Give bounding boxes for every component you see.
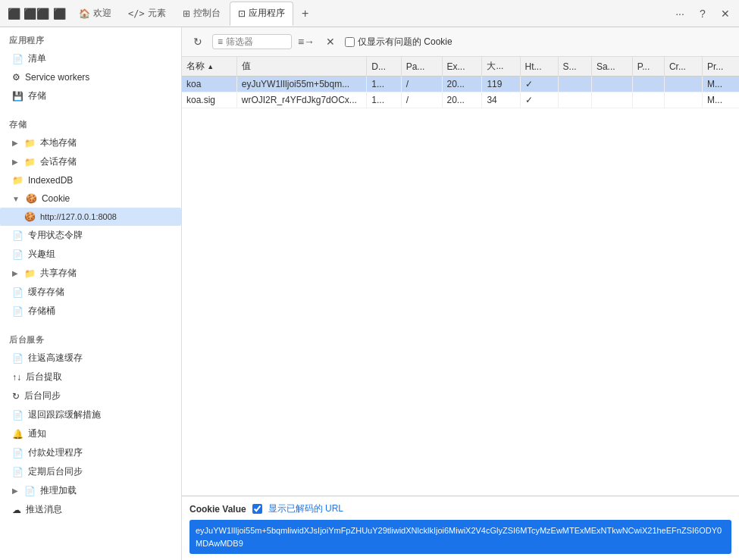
col-size[interactable]: 大... (482, 57, 520, 77)
cookie-root-icon: 🍪 (26, 193, 37, 204)
cell-httponly: ✓ (520, 92, 558, 108)
sidebar-item-session-storage[interactable]: ▶ 📁 会话存储 (0, 152, 181, 171)
cell-path: / (401, 77, 442, 92)
main-layout: 应用程序 📄 清单 ⚙ Service workers 💾 存储 存储 ▶ 📁 … (0, 27, 739, 560)
storage-bucket-icon: 📄 (12, 306, 23, 317)
sidebar-item-indexeddb[interactable]: 📁 IndexedDB (0, 171, 181, 189)
sidebar-item-service-workers[interactable]: ⚙ Service workers (0, 68, 181, 86)
close-devtools-icon[interactable]: ✕ (715, 3, 736, 24)
elements-icon: </> (128, 8, 145, 19)
sort-arrow-icon: ▲ (207, 63, 214, 70)
cell-priority (632, 77, 664, 92)
more-options-icon[interactable]: ··· (669, 3, 690, 24)
col-expires[interactable]: Ex... (442, 57, 482, 77)
cell-expires: 20... (442, 92, 482, 108)
sidebar-item-storage-bucket[interactable]: 📄 存储桶 (0, 302, 181, 321)
cell-samesite (591, 77, 632, 92)
issues-only-checkbox[interactable] (345, 37, 355, 47)
bg-fetch-icon: ↑↓ (12, 372, 21, 383)
sidebar-item-storage-summary[interactable]: 💾 存储 (0, 86, 181, 105)
col-path[interactable]: Pa... (401, 57, 442, 77)
session-storage-icon: 📁 (24, 157, 36, 167)
refresh-button[interactable]: ↻ (188, 32, 208, 52)
col-value[interactable]: 值 (236, 57, 367, 77)
clear-filter-button[interactable]: ✕ (321, 32, 340, 52)
tab-console[interactable]: ⊞ 控制台 (175, 2, 228, 26)
sidebar-item-manifest[interactable]: 📄 清单 (0, 49, 181, 68)
top-bar: ⬛ ⬛⬛ ⬛ 🏠 欢迎 </> 元素 ⊞ 控制台 ⊡ 应用程序 + ··· ? … (0, 0, 739, 27)
cell-crosssite (664, 77, 702, 92)
sidebar-item-private-token[interactable]: 📄 专用状态令牌 (0, 226, 181, 245)
table-row[interactable]: koa.sigwrOJI2R_r4YFdJkg7dOCx...1.../20..… (182, 92, 739, 108)
sidebar-item-notifications[interactable]: 🔔 通知 (0, 424, 181, 443)
cell-size: 119 (482, 77, 520, 92)
sidebar-item-back-forward-cache[interactable]: 📄 往返高速缓存 (0, 349, 181, 368)
filter-input[interactable] (226, 36, 287, 47)
sidebar-item-periodic-sync[interactable]: 📄 定期后台同步 (0, 462, 181, 481)
cell-value: eyJuYW1lIljoi55m+5bqm... (236, 77, 367, 92)
tree-arrow-local: ▶ (12, 139, 18, 147)
sidebar-item-local-storage[interactable]: ▶ 📁 本地存储 (0, 133, 181, 152)
sidebar-item-cookie-root[interactable]: ▼ 🍪 Cookie (0, 189, 181, 208)
tab-elements[interactable]: </> 元素 (121, 2, 174, 26)
sidebar-item-speculative-loads[interactable]: ▶ 📄 推理加载 (0, 481, 181, 500)
cell-name: koa (182, 77, 236, 92)
cell-path: / (401, 92, 442, 108)
filter-box[interactable]: ≡ (212, 34, 292, 49)
col-partitioned[interactable]: Pr... (703, 57, 740, 77)
devtools-icon1[interactable]: ⬛ (3, 3, 24, 24)
tree-arrow-cookie: ▼ (12, 195, 20, 203)
sidebar-item-cookie-url[interactable]: 🍪 http://127.0.0.1:8008 (0, 208, 181, 226)
tree-arrow-session: ▶ (12, 158, 18, 166)
col-name[interactable]: 名称 ▲ (182, 57, 236, 77)
sidebar: 应用程序 📄 清单 ⚙ Service workers 💾 存储 存储 ▶ 📁 … (0, 27, 182, 560)
col-secure[interactable]: S... (558, 57, 591, 77)
tab-application[interactable]: ⊡ 应用程序 (230, 2, 293, 26)
payment-handler-icon: 📄 (12, 448, 23, 458)
periodic-sync-icon: 📄 (12, 467, 23, 477)
tab-welcome[interactable]: 🏠 欢迎 (71, 2, 119, 26)
new-tab-button[interactable]: + (295, 3, 316, 24)
col-httponly[interactable]: Ht... (520, 57, 558, 77)
private-token-icon: 📄 (12, 230, 23, 241)
application-icon: ⊡ (238, 8, 246, 19)
sidebar-item-payment-handler[interactable]: 📄 付款处理程序 (0, 443, 181, 462)
sidebar-item-cache-storage[interactable]: 📄 缓存存储 (0, 283, 181, 302)
cell-value: wrOJI2R_r4YFdJkg7dOCx... (236, 92, 367, 108)
cell-expires: 20... (442, 77, 482, 92)
sidebar-item-bounce-tracking[interactable]: 📄 退回跟踪缓解措施 (0, 405, 181, 424)
cookie-value-panel: Cookie Value 显示已解码的 URL eyJuYW1lIljoi55m… (182, 496, 739, 560)
filter-list-button[interactable]: ≡→ (296, 32, 316, 52)
cell-secure (558, 77, 591, 92)
col-priority[interactable]: P... (632, 57, 664, 77)
home-icon: 🏠 (79, 8, 90, 19)
sidebar-item-bg-sync[interactable]: ↻ 后台同步 (0, 386, 181, 405)
sidebar-item-interest-group[interactable]: 📄 兴趣组 (0, 245, 181, 264)
shared-storage-icon: 📁 (24, 268, 36, 279)
col-domain[interactable]: D... (367, 57, 401, 77)
service-workers-icon: ⚙ (12, 72, 20, 83)
notifications-icon: 🔔 (12, 429, 23, 440)
issues-only-checkbox-label[interactable]: 仅显示有问题的 Cookie (345, 36, 452, 48)
manifest-icon: 📄 (12, 54, 23, 64)
console-icon: ⊞ (183, 8, 190, 19)
sidebar-item-push-messages[interactable]: ☁ 推送消息 (0, 500, 181, 519)
sidebar-item-shared-storage[interactable]: ▶ 📁 共享存储 (0, 264, 181, 283)
bg-sync-icon: ↻ (12, 391, 20, 402)
cell-partitioned: M... (703, 77, 740, 92)
cookie-data-table: 名称 ▲ 值 D... Pa... Ex... 大... Ht... S... … (182, 57, 739, 108)
col-crosssite[interactable]: Cr... (664, 57, 702, 77)
cell-samesite (591, 92, 632, 108)
decode-url-checkbox[interactable] (252, 504, 262, 514)
tree-arrow-speculative: ▶ (12, 486, 18, 495)
help-icon[interactable]: ? (692, 3, 713, 24)
speculative-loads-icon: 📄 (24, 486, 36, 496)
tree-arrow-shared: ▶ (12, 269, 18, 277)
devtools-icon3[interactable]: ⬛ (49, 3, 70, 24)
table-row[interactable]: koaeyJuYW1lIljoi55m+5bqm...1.../20...119… (182, 77, 739, 92)
sidebar-item-bg-fetch[interactable]: ↑↓ 后台提取 (0, 368, 181, 386)
devtools-icon2[interactable]: ⬛⬛ (26, 3, 47, 24)
bfcache-icon: 📄 (12, 353, 23, 364)
col-samesite[interactable]: Sa... (591, 57, 632, 77)
cell-size: 34 (482, 92, 520, 108)
